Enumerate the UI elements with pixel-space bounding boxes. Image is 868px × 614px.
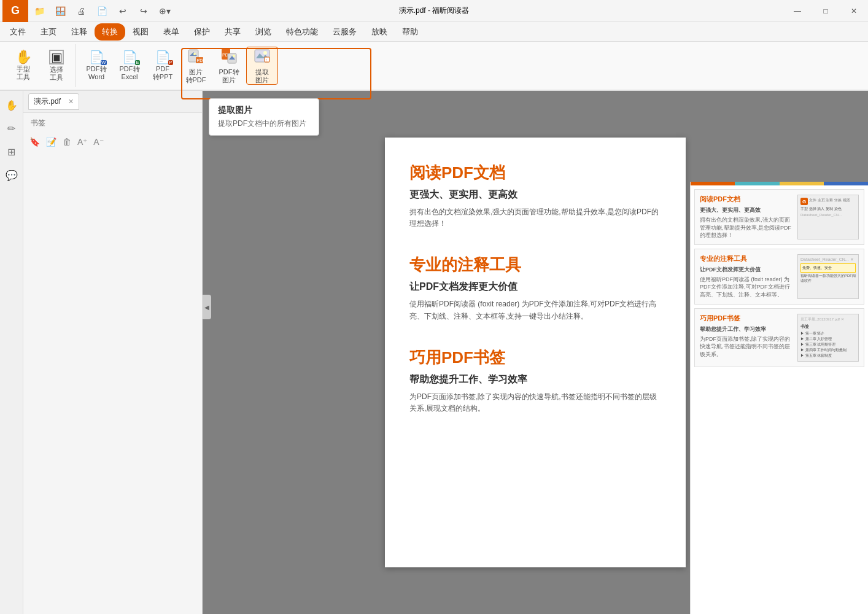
titlebar-left: G 📁 🪟 🖨 📄 ↩ ↪ ⊕▾ — [0, 0, 174, 22]
pdf-to-img-label: PDF转图片 — [219, 68, 239, 84]
tooltip-title: 提取图片 — [218, 105, 310, 116]
pdf-to-excel-btn[interactable]: 📄 E PDF转Excel — [114, 47, 145, 85]
img-to-pdf-label: 图片转PDF — [186, 68, 206, 84]
maximize-btn[interactable]: □ — [812, 0, 840, 22]
select-tool-label: 选择工具 — [50, 66, 63, 82]
menu-help[interactable]: 帮助 — [395, 23, 425, 41]
pdf-section-1: 阅读PDF文档 更强大、更实用、更高效 拥有出色的文档渲染效果,强大的页面管理功… — [409, 162, 661, 230]
menubar: 文件 主页 注释 转换 视图 表单 保护 共享 浏览 特色功能 云服务 放映 帮… — [0, 22, 868, 42]
mini-preview-2: 专业的注释工具 让PDF文档发挥更大价值 使用福昕PDF阅读器 (foxit r… — [694, 249, 864, 305]
preview-top-bar — [691, 182, 868, 185]
hand-tool-label: 手型工具 — [17, 65, 30, 81]
section2-title: 专业的注释工具 — [409, 254, 661, 276]
file-tab-name: 演示.pdf — [34, 96, 61, 107]
section3-subtitle: 帮助您提升工作、学习效率 — [409, 373, 661, 386]
sidebar-pen-icon[interactable]: ✏ — [2, 119, 21, 138]
menu-convert[interactable]: 转换 — [95, 23, 125, 41]
file-tab-close[interactable]: ✕ — [68, 98, 74, 106]
main-content: 阅读PDF文档 更强大、更实用、更高效 拥有出色的文档渲染效果,强大的页面管理功… — [203, 91, 868, 614]
toolbar: ✋ 手型工具 ▣ 选择工具 📄 W PDF转Word 📄 E PDF转Excel… — [0, 42, 868, 91]
pdf-to-word-btn[interactable]: 📄 W PDF转Word — [80, 47, 112, 85]
panel-tab-bar: 演示.pdf ✕ — [23, 91, 202, 113]
section1-subtitle: 更强大、更实用、更高效 — [409, 188, 661, 201]
bar-seg-2 — [735, 182, 779, 185]
bm-edit-btn[interactable]: 📝 — [45, 136, 58, 148]
menu-share[interactable]: 共享 — [217, 23, 248, 41]
svg-point-9 — [233, 55, 235, 57]
left-panel: 演示.pdf ✕ 书签 🔖 📝 🗑 A⁺ A⁻ — [23, 91, 203, 614]
window-controls: — □ ✕ — [783, 0, 868, 22]
pdf-section-2: 专业的注释工具 让PDF文档发挥更大价值 使用福昕PDF阅读器 (foxit r… — [409, 254, 661, 322]
pdf-to-img-btn[interactable]: PDF PDF转图片 — [213, 47, 245, 85]
sidebar-hand-icon[interactable]: ✋ — [2, 96, 21, 114]
hand-tool-btn[interactable]: ✋ 手型工具 — [7, 47, 39, 85]
toolbar-group-convert: 📄 W PDF转Word 📄 E PDF转Excel 📄 P PDF转PPT — [78, 44, 281, 87]
mini-title-3: 巧用PDF书签 — [700, 314, 794, 323]
svg-point-2 — [193, 53, 196, 55]
undo-btn[interactable]: ↩ — [113, 2, 133, 20]
bar-seg-4 — [824, 182, 868, 185]
menu-present[interactable]: 放映 — [364, 23, 395, 41]
mini-preview-1: 阅读PDF文档 更强大、更实用、更高效 拥有出色的文档渲染效果,强大的页面管理功… — [694, 189, 864, 245]
bm-shrink-btn[interactable]: A⁻ — [92, 136, 104, 148]
bar-seg-3 — [780, 182, 824, 185]
mini-text-2: 使用福昕PDF阅读器 (foxit reader) 为PDF文件添加注释,可对P… — [700, 276, 794, 299]
print-btn[interactable]: 🖨 — [71, 2, 91, 20]
svg-text:PDF: PDF — [197, 58, 205, 63]
pdf-section-3: 巧用PDF书签 帮助您提升工作、学习效率 为PDF页面添加书签,除了实现内容的快… — [409, 347, 661, 414]
section2-text: 使用福昕PDF阅读器 (foxit reader) 为PDF文件添加注释,可对P… — [409, 298, 661, 322]
file-tab[interactable]: 演示.pdf ✕ — [28, 93, 79, 110]
pdf-to-word-icon: 📄 W — [89, 50, 104, 64]
extract-img-label: 提取图片 — [255, 68, 269, 84]
mini-title-2: 专业的注释工具 — [700, 254, 794, 263]
close-btn[interactable]: ✕ — [840, 0, 868, 22]
new-doc-btn[interactable]: 📄 — [92, 2, 112, 20]
pdf-to-ppt-icon: 📄 P — [155, 50, 171, 64]
menu-view[interactable]: 视图 — [125, 23, 156, 41]
menu-home[interactable]: 主页 — [33, 23, 64, 41]
panel-collapse-handle[interactable]: ◀ — [203, 295, 211, 319]
svg-text:↑: ↑ — [265, 57, 268, 61]
hand-icon: ✋ — [15, 50, 32, 64]
section3-text: 为PDF页面添加书签,除了实现内容的快速导航,书签还能指明不同书签的层级关系,展… — [409, 391, 661, 414]
bm-add-btn[interactable]: 🔖 — [28, 136, 41, 148]
mini-text-1: 拥有出色的文档渲染效果,强大的页面管理功能,帮助提升效率,是您阅读PDF的理想选… — [700, 216, 794, 239]
menu-special[interactable]: 特色功能 — [279, 23, 325, 41]
more-btn[interactable]: ⊕▾ — [155, 2, 174, 20]
menu-file[interactable]: 文件 — [2, 23, 33, 41]
titlebar: G 📁 🪟 🖨 📄 ↩ ↪ ⊕▾ 演示.pdf - 福昕阅读器 — □ ✕ — [0, 0, 868, 22]
right-preview-panel: 阅读PDF文档 更强大、更实用、更高效 拥有出色的文档渲染效果,强大的页面管理功… — [690, 182, 868, 614]
img-to-pdf-btn[interactable]: PDF 图片转PDF — [180, 47, 212, 85]
select-tool-btn[interactable]: ▣ 选择工具 — [41, 47, 72, 85]
app-title: 演示.pdf - 福昕阅读器 — [399, 6, 470, 16]
pdf-to-excel-label: PDF转Excel — [120, 65, 140, 81]
menu-browse[interactable]: 浏览 — [248, 23, 279, 41]
bookmarks-section-label: 书签 — [23, 113, 202, 133]
bm-delete-btn[interactable]: 🗑 — [61, 136, 72, 148]
pdf-page: 阅读PDF文档 更强大、更实用、更高效 拥有出色的文档渲染效果,强大的页面管理功… — [385, 138, 686, 567]
pdf-to-excel-icon: 📄 E — [122, 50, 138, 64]
sidebar-comment-icon[interactable]: 💬 — [2, 166, 21, 184]
section1-text: 拥有出色的文档渲染效果,强大的页面管理功能,帮助提升效率,是您阅读PDF的理想选… — [409, 206, 661, 230]
toolbar-group-select: ✋ 手型工具 ▣ 选择工具 — [5, 44, 76, 87]
section3-title: 巧用PDF书签 — [409, 347, 661, 368]
redo-btn[interactable]: ↪ — [134, 2, 153, 20]
menu-annotation[interactable]: 注释 — [64, 23, 95, 41]
bm-expand-btn[interactable]: A⁺ — [76, 136, 88, 148]
bookmark-toolbar: 🔖 📝 🗑 A⁺ A⁻ — [23, 133, 202, 150]
app-logo: G — [2, 0, 28, 22]
bar-seg-1 — [691, 182, 735, 185]
sidebar-pages-icon[interactable]: ⊞ — [2, 142, 21, 161]
new-window-btn[interactable]: 🪟 — [50, 2, 70, 20]
menu-form[interactable]: 表单 — [156, 23, 187, 41]
extract-img-icon: ↑ — [254, 47, 271, 67]
pdf-to-ppt-btn[interactable]: 📄 P PDF转PPT — [147, 47, 179, 85]
extract-img-btn[interactable]: ↑ 提取图片 — [246, 47, 278, 85]
section1-title: 阅读PDF文档 — [409, 162, 661, 184]
sidebar: ✋ ✏ ⊞ 💬 — [0, 91, 23, 614]
menu-protect[interactable]: 保护 — [187, 23, 217, 41]
img-to-pdf-icon: PDF — [187, 47, 204, 67]
open-folder-btn[interactable]: 📁 — [29, 2, 49, 20]
menu-cloud[interactable]: 云服务 — [325, 23, 364, 41]
minimize-btn[interactable]: — — [783, 0, 812, 22]
